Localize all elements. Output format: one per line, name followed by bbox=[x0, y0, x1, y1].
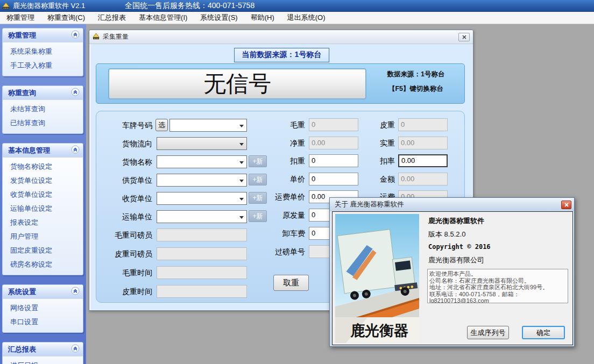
sidebar-item-fixed-tare[interactable]: 固定皮重设定 bbox=[3, 244, 83, 258]
sidebar-section-title: 称重查询 bbox=[8, 88, 36, 98]
price-field[interactable]: 0 bbox=[309, 173, 358, 185]
sidebar-section-header[interactable]: 称重管理 bbox=[3, 28, 83, 42]
about-dialog: 关于 鹿光衡器称重软件 bbox=[329, 197, 575, 347]
sidebar-section-header[interactable]: 汇总报表 bbox=[3, 342, 83, 356]
sidebar-item-unsettled-query[interactable]: 未结算查询 bbox=[3, 102, 83, 116]
sidebar-item-network-settings[interactable]: 网络设置 bbox=[3, 301, 83, 315]
collapse-chevron-icon[interactable] bbox=[71, 344, 80, 355]
take-weight-button[interactable]: 取重 bbox=[273, 275, 309, 291]
sidebar-item-scale-house[interactable]: 磅房名称设定 bbox=[3, 258, 83, 272]
sidebar: 称重管理 系统采集称重 手工录入称重 称重查询 未结算查询 已结算查询 基本信息… bbox=[0, 24, 86, 364]
capture-window-titlebar[interactable]: 采集重量 bbox=[89, 30, 473, 44]
sidebar-section-system-settings: 系统设置 网络设置 串口设置 bbox=[2, 284, 83, 333]
deduct-field[interactable]: 0 bbox=[309, 154, 358, 167]
about-dialog-titlebar[interactable]: 关于 鹿光衡器称重软件 bbox=[330, 198, 574, 211]
sidebar-section-title: 基本信息管理 bbox=[8, 146, 50, 155]
actual-label: 实重 bbox=[362, 137, 395, 149]
sidebar-item-system-capture[interactable]: 系统采集称重 bbox=[3, 45, 83, 59]
sidebar-section-title: 称重管理 bbox=[8, 31, 36, 40]
menu-weigh-manage[interactable]: 称重管理 bbox=[0, 12, 41, 24]
transport-combo[interactable] bbox=[157, 210, 247, 223]
sidebar-item-settled-query[interactable]: 已结算查询 bbox=[3, 116, 83, 130]
sidebar-item-cargo-name[interactable]: 货物名称设定 bbox=[3, 160, 83, 174]
gross-field: 0 bbox=[309, 118, 358, 131]
menu-summary-report[interactable]: 汇总报表 bbox=[91, 12, 132, 24]
sidebar-item-transport[interactable]: 运输单位设定 bbox=[3, 202, 83, 216]
version-text: 版本 8.5.2.0 bbox=[428, 230, 465, 239]
plate-select-button[interactable]: 选 bbox=[155, 119, 168, 131]
info-line: 地址：河北省石家庄鹿泉区石柏北大街99号。 bbox=[429, 284, 566, 291]
about-dialog-title: 关于 鹿光衡器称重软件 bbox=[335, 200, 561, 209]
product-name: 鹿光衡器称重软件 bbox=[428, 216, 484, 226]
receiver-combo[interactable] bbox=[157, 192, 247, 205]
app-title: 鹿光衡器称重软件 V2.1 bbox=[13, 1, 85, 11]
collapse-chevron-icon[interactable] bbox=[71, 30, 80, 41]
truck-image: 鹿光衡器 bbox=[335, 214, 419, 343]
actual-field: 0.00 bbox=[398, 137, 448, 149]
truck-image-caption: 鹿光衡器 bbox=[350, 322, 408, 339]
close-icon[interactable] bbox=[561, 201, 571, 209]
sidebar-item-manual-entry[interactable]: 手工录入称重 bbox=[3, 59, 83, 73]
ok-button[interactable]: 确定 bbox=[522, 326, 565, 339]
info-line: 公司名称：石家庄鹿光衡器有限公司。 bbox=[429, 277, 566, 284]
menu-system-settings[interactable]: 系统设置(S) bbox=[194, 12, 244, 24]
collapse-chevron-icon[interactable] bbox=[71, 145, 80, 156]
gross-operator-field bbox=[157, 229, 247, 241]
collapse-chevron-icon[interactable] bbox=[71, 88, 80, 98]
sidebar-item-receiver[interactable]: 收货单位设定 bbox=[3, 188, 83, 202]
collapse-chevron-icon[interactable] bbox=[71, 287, 80, 297]
flow-label: 货物流向 bbox=[96, 137, 152, 150]
unload-fee-label: 卸车费 bbox=[257, 227, 305, 240]
gross-time-field bbox=[157, 266, 247, 279]
sidebar-item-report-setting[interactable]: 报表设定 bbox=[3, 216, 83, 230]
menu-help[interactable]: 帮助(H) bbox=[244, 12, 281, 24]
signal-text: 无信号 bbox=[203, 69, 271, 99]
company-info-box: 欢迎使用本产品。 公司名称：石家庄鹿光衡器有限公司。 地址：河北省石家庄鹿泉区石… bbox=[427, 269, 568, 303]
rate-label: 扣率 bbox=[362, 154, 395, 167]
menu-weigh-query[interactable]: 称重查询(C) bbox=[41, 12, 91, 24]
cargo-combo[interactable] bbox=[157, 155, 247, 168]
capture-window-title: 采集重量 bbox=[103, 32, 458, 41]
generate-serial-button[interactable]: 生成序列号 bbox=[467, 326, 509, 339]
source-info: 数据来源：1号称台 【F5】键切换称台 bbox=[370, 70, 462, 99]
tare-field: 0 bbox=[398, 118, 448, 131]
net-field: 0.00 bbox=[309, 137, 358, 149]
plate-combo[interactable] bbox=[169, 119, 247, 132]
plate-label: 车牌号码 bbox=[96, 119, 152, 132]
sidebar-section-header[interactable]: 基本信息管理 bbox=[3, 144, 83, 158]
sidebar-item-user-manage[interactable]: 用户管理 bbox=[3, 230, 83, 244]
sidebar-section-header[interactable]: 称重查询 bbox=[3, 86, 83, 100]
menu-bar: 称重管理 称重查询(C) 汇总报表 基本信息管理(I) 系统设置(S) 帮助(H… bbox=[0, 12, 594, 24]
menu-basic-info[interactable]: 基本信息管理(I) bbox=[132, 12, 194, 24]
deduct-label: 扣重 bbox=[257, 154, 305, 167]
price-label: 单价 bbox=[257, 173, 305, 185]
data-source-banner: 当前数据来源：1号称台 bbox=[234, 48, 330, 62]
sidebar-section-weigh-query: 称重查询 未结算查询 已结算查询 bbox=[2, 85, 83, 134]
sidebar-item-serial-settings[interactable]: 串口设置 bbox=[3, 315, 83, 329]
supplier-combo[interactable] bbox=[157, 174, 247, 187]
app-logo-icon bbox=[2, 2, 10, 10]
flow-combo[interactable] bbox=[157, 137, 247, 150]
main-titlebar: 鹿光衡器称重软件 V2.1 全国统一售后服务热线：400-071-5758 bbox=[0, 0, 594, 12]
ticket-label: 过磅单号 bbox=[257, 245, 305, 258]
sidebar-section-header[interactable]: 系统设置 bbox=[3, 285, 83, 299]
gross-label: 毛重 bbox=[257, 118, 305, 131]
source-line: 数据来源：1号称台 bbox=[370, 70, 462, 79]
menu-exit[interactable]: 退出系统(O) bbox=[281, 12, 332, 24]
rate-field[interactable]: 0.00 bbox=[398, 154, 448, 167]
freight-price-label: 运费单价 bbox=[257, 190, 305, 203]
tare-operator-label: 皮重司磅员 bbox=[96, 247, 152, 260]
sidebar-item-shipper[interactable]: 发货单位设定 bbox=[3, 174, 83, 188]
sidebar-section-title: 汇总报表 bbox=[8, 345, 36, 354]
sidebar-item-inbound-daily[interactable]: 进厂日报 bbox=[3, 359, 83, 364]
transport-label: 运输单位 bbox=[96, 210, 152, 223]
tare-operator-field bbox=[157, 247, 247, 260]
signal-panel: 无信号 数据来源：1号称台 【F5】键切换称台 bbox=[96, 63, 465, 104]
close-icon[interactable] bbox=[458, 33, 470, 41]
net-label: 净重 bbox=[257, 137, 305, 149]
cargo-label: 货物名称 bbox=[96, 155, 152, 168]
info-line: 欢迎使用本产品。 bbox=[429, 270, 566, 277]
sidebar-section-basic-info: 基本信息管理 货物名称设定 发货单位设定 收货单位设定 运输单位设定 报表设定 … bbox=[2, 143, 83, 275]
weight-display: 无信号 bbox=[108, 68, 366, 99]
copyright-text: Copyright © 2016 bbox=[428, 243, 491, 251]
